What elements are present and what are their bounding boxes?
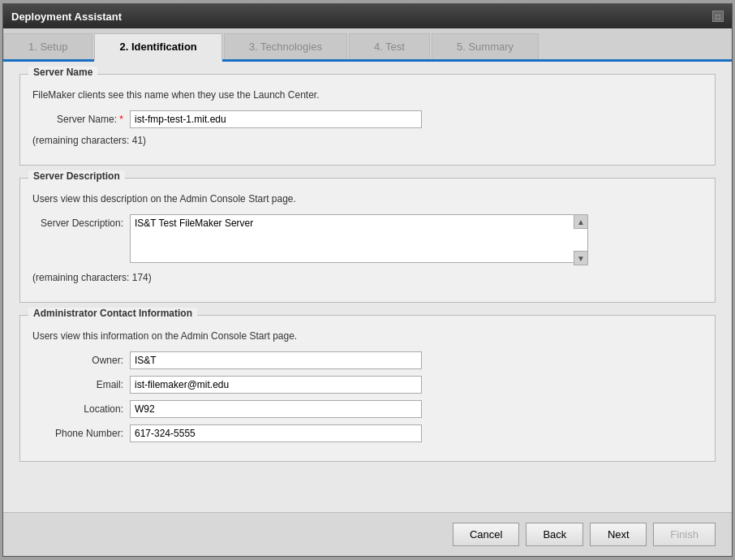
scroll-up-button[interactable]: ▲ xyxy=(574,214,588,229)
server-name-desc: FileMaker clients see this name when the… xyxy=(32,89,703,101)
server-description-input[interactable]: IS&T Test FileMaker Server xyxy=(130,214,588,263)
tab-test[interactable]: 4. Test xyxy=(349,33,430,59)
admin-contact-section: Administrator Contact Information Users … xyxy=(19,315,716,462)
title-bar: Deployment Assistant □ xyxy=(3,4,732,28)
footer: Cancel Back Next Finish xyxy=(3,512,732,556)
server-name-remaining: (remaining characters: 41) xyxy=(32,135,703,146)
server-name-section-title: Server Name xyxy=(28,67,97,78)
restore-button[interactable]: □ xyxy=(712,11,724,22)
tab-technologies[interactable]: 3. Technologies xyxy=(224,33,347,59)
tabs-bar: 1. Setup 2. Identification 3. Technologi… xyxy=(3,28,732,62)
admin-contact-desc: Users view this information on the Admin… xyxy=(32,330,703,342)
window-title: Deployment Assistant xyxy=(11,11,122,23)
server-name-row: Server Name: * xyxy=(32,110,703,128)
location-row: Location: xyxy=(32,400,703,418)
required-indicator: * xyxy=(119,114,123,125)
server-description-textarea-wrap: IS&T Test FileMaker Server ▲ ▼ xyxy=(130,214,588,265)
email-row: Email: xyxy=(32,376,703,394)
scroll-down-button[interactable]: ▼ xyxy=(574,251,588,265)
email-label: Email: xyxy=(32,376,130,390)
phone-input[interactable] xyxy=(130,424,422,442)
tab-identification[interactable]: 2. Identification xyxy=(94,33,221,62)
server-name-label: Server Name: * xyxy=(32,110,130,125)
server-description-remaining: (remaining characters: 174) xyxy=(32,272,703,283)
content-area: Server Name FileMaker clients see this n… xyxy=(3,62,732,512)
title-controls: □ xyxy=(712,11,724,22)
server-description-label: Server Description: xyxy=(32,214,130,229)
cancel-button[interactable]: Cancel xyxy=(453,523,519,546)
server-description-row: Server Description: IS&T Test FileMaker … xyxy=(32,214,703,265)
owner-row: Owner: xyxy=(32,351,703,369)
location-label: Location: xyxy=(32,400,130,415)
admin-contact-section-title: Administrator Contact Information xyxy=(28,308,197,319)
server-name-input[interactable] xyxy=(130,110,422,128)
owner-input[interactable] xyxy=(130,351,422,369)
finish-button[interactable]: Finish xyxy=(653,523,716,546)
back-button[interactable]: Back xyxy=(526,523,583,546)
server-description-section-title: Server Description xyxy=(28,170,125,182)
location-input[interactable] xyxy=(130,400,422,418)
email-input[interactable] xyxy=(130,376,422,394)
phone-label: Phone Number: xyxy=(32,424,130,439)
phone-row: Phone Number: xyxy=(32,424,703,442)
server-description-desc: Users view this description on the Admin… xyxy=(32,193,703,205)
server-name-section: Server Name FileMaker clients see this n… xyxy=(19,74,716,166)
owner-label: Owner: xyxy=(32,351,130,366)
main-window: Deployment Assistant □ 1. Setup 2. Ident… xyxy=(2,3,733,557)
tab-summary[interactable]: 5. Summary xyxy=(432,33,539,59)
tab-setup[interactable]: 1. Setup xyxy=(3,33,92,59)
next-button[interactable]: Next xyxy=(590,523,647,546)
server-description-section: Server Description Users view this descr… xyxy=(19,178,716,303)
